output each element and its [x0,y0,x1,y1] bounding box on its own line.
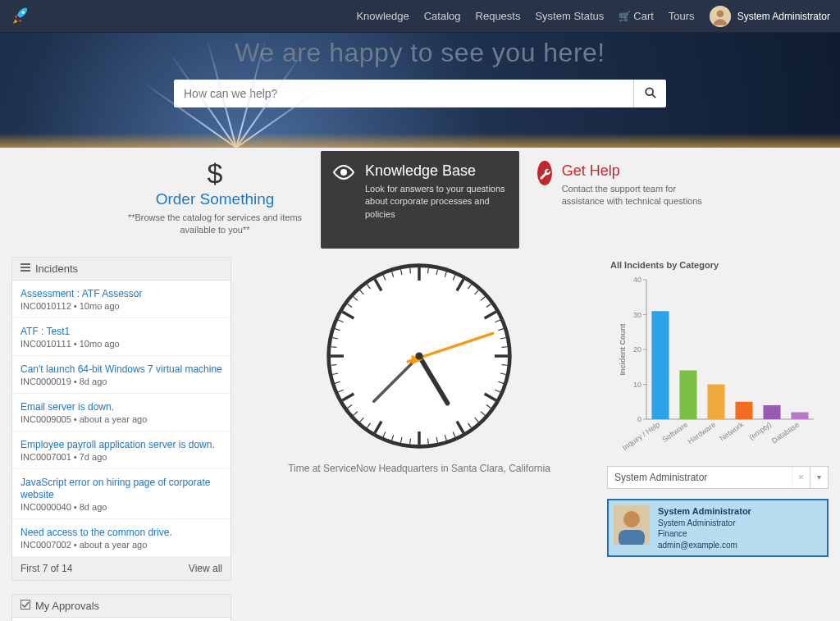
svg-point-3 [646,88,653,95]
incident-row[interactable]: Need access to the common drive.INC00070… [12,519,231,557]
incident-row[interactable]: Can't launch 64-bit Windows 7 virtual ma… [12,356,231,394]
nav-cart[interactable]: Cart [619,10,654,22]
incident-meta: INC0007002 • about a year ago [21,540,222,550]
promo-kb-title: Knowledge Base [365,162,508,180]
check-icon [21,600,30,612]
approvals-empty: You have no pending approvals [12,618,231,621]
incident-title[interactable]: Need access to the common drive. [21,527,172,538]
promo-kb[interactable]: Knowledge Base Look for answers to your … [321,151,519,249]
incidents-title: Incidents [35,263,78,275]
svg-line-70 [410,267,411,273]
top-nav: KnowledgeCatalogRequestsSystem StatusCar… [0,0,840,33]
incidents-view-all[interactable]: View all [189,563,222,574]
promo-order-desc: **Browse the catalog for services and it… [127,212,303,237]
chart-bar[interactable] [651,311,669,419]
svg-line-55 [331,364,336,365]
svg-text:10: 10 [633,380,641,388]
svg-text:40: 40 [633,276,641,284]
incident-row[interactable]: Employee payroll application server is d… [12,432,231,469]
svg-line-12 [428,267,429,273]
svg-text:Software: Software [660,420,689,444]
dollar-icon: $ [127,159,303,187]
incident-row[interactable]: JavaScript error on hiring page of corpo… [12,469,231,519]
chevron-down-icon[interactable]: ▾ [810,467,828,488]
hero-banner: We are happy to see you here! [0,33,840,148]
nav-knowledge[interactable]: Knowledge [356,10,409,22]
approvals-panel: My Approvals You have no pending approva… [11,594,231,621]
promo-order[interactable]: $ Order Something **Browse the catalog f… [116,151,314,249]
incidents-chart: 010203040Incident CountInquiry / HelpSof… [607,272,829,460]
user-name: System Administrator [737,11,830,22]
user-card-email: admin@example.com [658,540,751,551]
incident-row[interactable]: Assessment : ATF AssessorINC0010112 • 10… [12,281,231,318]
svg-text:Hardware: Hardware [686,420,717,445]
svg-text:Inquiry / Help: Inquiry / Help [621,420,661,452]
incident-meta: INC0000040 • 8d ago [21,502,222,512]
incidents-header: Incidents [12,258,231,281]
incident-title[interactable]: ATF : Test1 [21,326,70,337]
clock-widget: Time at ServiceNow Headquarters in Santa… [249,262,589,474]
incident-title[interactable]: Can't launch 64-bit Windows 7 virtual ma… [21,363,222,375]
user-card-dept: Finance [658,528,751,540]
approvals-header: My Approvals [12,595,231,618]
list-icon [21,263,30,275]
user-select[interactable]: System Administrator × ▾ [607,466,829,489]
svg-text:Network: Network [718,420,745,442]
chart-bar[interactable] [735,402,752,419]
svg-point-5 [340,169,347,176]
search-button[interactable] [633,80,666,107]
nav-catalog[interactable]: Catalog [424,10,461,22]
incident-title[interactable]: Email server is down. [21,401,114,413]
promo-order-title: Order Something [127,190,303,208]
incident-title[interactable]: Assessment : ATF Assessor [21,288,143,299]
promo-help-title: Get Help [562,162,713,180]
svg-line-42 [410,438,411,444]
svg-point-0 [22,11,25,13]
chart-bar[interactable] [707,384,724,419]
logo-rocket-icon[interactable] [10,6,31,27]
svg-text:Incident Count: Incident Count [619,323,627,375]
user-photo [614,505,650,545]
svg-point-2 [716,10,724,17]
nav-tours[interactable]: Tours [669,10,695,22]
incident-meta: INC0009005 • about a year ago [21,414,222,424]
promo-row: $ Order Something **Browse the catalog f… [0,151,840,249]
chart-bar[interactable] [679,370,696,419]
svg-rect-6 [21,263,30,265]
user-card-name: System Administrator [658,505,751,518]
promo-help-desc: Contact the support team for assistance … [562,183,713,208]
incidents-count: First 7 of 14 [21,563,72,574]
svg-rect-7 [21,267,30,268]
search-input[interactable] [174,80,633,107]
incident-title[interactable]: Employee payroll application server is d… [21,439,215,450]
promo-kb-desc: Look for answers to your questions about… [365,183,508,221]
user-menu[interactable]: System Administrator [710,6,830,27]
user-card: System Administrator System Administrato… [607,499,829,557]
clock-caption: Time at ServiceNow Headquarters in Santa… [249,463,589,474]
incident-row[interactable]: ATF : Test1INC0010111 • 10mo ago [12,318,231,356]
incident-meta: INC0007001 • 7d ago [21,452,222,462]
chart-bar[interactable] [791,412,808,419]
wrench-icon [537,161,552,185]
svg-line-40 [428,438,429,444]
clock-icon [325,262,514,450]
svg-line-4 [652,94,655,98]
svg-point-75 [415,352,422,359]
eye-icon [332,162,355,185]
incident-title[interactable]: JavaScript error on hiring page of corpo… [21,477,210,500]
chart-title: All Incidents by Category [610,260,829,270]
chart-bar[interactable] [763,405,780,419]
svg-point-96 [623,511,640,527]
approvals-title: My Approvals [35,600,99,612]
svg-text:30: 30 [633,310,641,318]
search-icon [645,88,656,101]
svg-text:Database: Database [770,420,801,445]
nav-requests[interactable]: Requests [476,10,521,22]
nav-system-status[interactable]: System Status [535,10,604,22]
incidents-panel: Incidents Assessment : ATF AssessorINC00… [11,257,231,581]
incident-row[interactable]: Email server is down.INC0009005 • about … [12,394,231,432]
clear-icon[interactable]: × [792,467,810,488]
svg-line-27 [502,364,508,365]
promo-help[interactable]: Get Help Contact the support team for as… [526,151,724,249]
user-select-value: System Administrator [608,467,792,488]
